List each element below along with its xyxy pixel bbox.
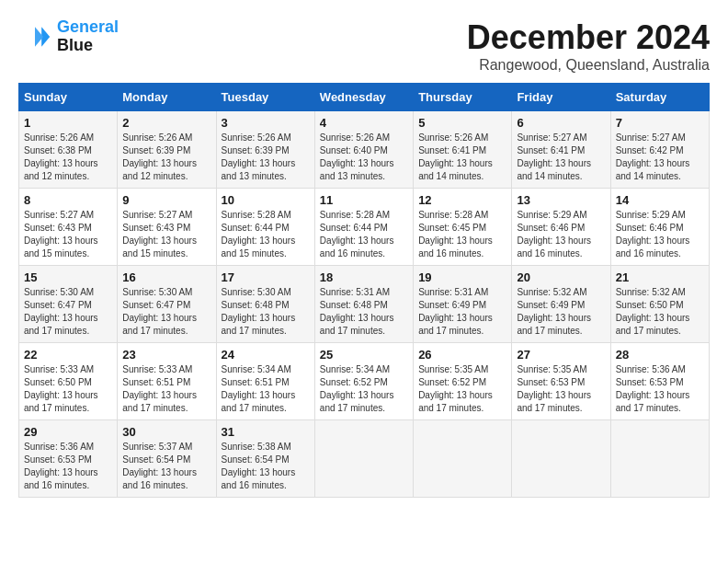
calendar-cell: 30Sunrise: 5:37 AMSunset: 6:54 PMDayligh… xyxy=(118,420,216,498)
cell-details: Sunrise: 5:35 AMSunset: 6:53 PMDaylight:… xyxy=(517,363,605,415)
calendar-cell: 10Sunrise: 5:28 AMSunset: 6:44 PMDayligh… xyxy=(216,189,314,266)
cell-details: Sunrise: 5:33 AMSunset: 6:50 PMDaylight:… xyxy=(24,363,112,415)
cell-details: Sunrise: 5:26 AMSunset: 6:39 PMDaylight:… xyxy=(222,132,310,183)
month-title: December 2024 xyxy=(467,18,710,57)
day-number: 14 xyxy=(616,193,704,207)
weekday-monday: Monday xyxy=(118,84,216,111)
cell-details: Sunrise: 5:27 AMSunset: 6:41 PMDaylight:… xyxy=(517,132,605,183)
day-number: 17 xyxy=(222,270,310,284)
title-block: December 2024 Rangewood, Queensland, Aus… xyxy=(467,18,710,74)
cell-details: Sunrise: 5:37 AMSunset: 6:54 PMDaylight:… xyxy=(122,441,210,492)
day-number: 10 xyxy=(222,193,310,207)
day-number: 12 xyxy=(418,193,506,207)
day-number: 20 xyxy=(517,270,605,284)
day-number: 27 xyxy=(517,348,605,362)
day-number: 9 xyxy=(122,193,210,207)
cell-details: Sunrise: 5:36 AMSunset: 6:53 PMDaylight:… xyxy=(616,363,704,415)
day-number: 1 xyxy=(24,116,112,130)
cell-details: Sunrise: 5:29 AMSunset: 6:46 PMDaylight:… xyxy=(517,209,605,260)
cell-details: Sunrise: 5:33 AMSunset: 6:51 PMDaylight:… xyxy=(122,363,210,415)
calendar-cell: 20Sunrise: 5:32 AMSunset: 6:49 PMDayligh… xyxy=(512,266,610,343)
day-number: 13 xyxy=(517,193,605,207)
calendar-cell: 7Sunrise: 5:27 AMSunset: 6:42 PMDaylight… xyxy=(610,111,709,189)
day-number: 3 xyxy=(222,116,310,130)
day-number: 24 xyxy=(222,348,310,362)
calendar-week-2: 15Sunrise: 5:30 AMSunset: 6:47 PMDayligh… xyxy=(19,266,710,343)
calendar-cell xyxy=(610,420,709,498)
cell-details: Sunrise: 5:34 AMSunset: 6:51 PMDaylight:… xyxy=(222,363,310,415)
day-number: 29 xyxy=(24,425,112,439)
calendar-cell: 9Sunrise: 5:27 AMSunset: 6:43 PMDaylight… xyxy=(118,189,216,266)
calendar-cell: 1Sunrise: 5:26 AMSunset: 6:38 PMDaylight… xyxy=(19,111,118,189)
cell-details: Sunrise: 5:34 AMSunset: 6:52 PMDaylight:… xyxy=(320,363,408,415)
day-number: 8 xyxy=(24,193,112,207)
day-number: 22 xyxy=(24,348,112,362)
calendar-body: 1Sunrise: 5:26 AMSunset: 6:38 PMDaylight… xyxy=(19,111,710,498)
day-number: 30 xyxy=(122,425,210,439)
day-number: 26 xyxy=(418,348,506,362)
calendar-cell: 21Sunrise: 5:32 AMSunset: 6:50 PMDayligh… xyxy=(610,266,709,343)
day-number: 18 xyxy=(320,270,408,284)
calendar-cell: 19Sunrise: 5:31 AMSunset: 6:49 PMDayligh… xyxy=(414,266,512,343)
day-number: 6 xyxy=(517,116,605,130)
weekday-header-row: SundayMondayTuesdayWednesdayThursdayFrid… xyxy=(19,84,710,111)
cell-details: Sunrise: 5:26 AMSunset: 6:41 PMDaylight:… xyxy=(418,132,506,183)
cell-details: Sunrise: 5:27 AMSunset: 6:42 PMDaylight:… xyxy=(616,132,704,183)
day-number: 4 xyxy=(320,116,408,130)
logo-icon xyxy=(18,20,51,53)
calendar-cell: 6Sunrise: 5:27 AMSunset: 6:41 PMDaylight… xyxy=(512,111,610,189)
logo-text: General Blue xyxy=(57,18,119,55)
calendar-cell xyxy=(512,420,610,498)
page-header: General Blue December 2024 Rangewood, Qu… xyxy=(18,18,710,74)
calendar-cell: 29Sunrise: 5:36 AMSunset: 6:53 PMDayligh… xyxy=(19,420,118,498)
calendar-week-4: 29Sunrise: 5:36 AMSunset: 6:53 PMDayligh… xyxy=(19,420,710,498)
calendar-cell: 18Sunrise: 5:31 AMSunset: 6:48 PMDayligh… xyxy=(314,266,413,343)
calendar-week-0: 1Sunrise: 5:26 AMSunset: 6:38 PMDaylight… xyxy=(19,111,710,189)
cell-details: Sunrise: 5:27 AMSunset: 6:43 PMDaylight:… xyxy=(24,209,112,260)
cell-details: Sunrise: 5:31 AMSunset: 6:48 PMDaylight:… xyxy=(320,286,408,338)
cell-details: Sunrise: 5:36 AMSunset: 6:53 PMDaylight:… xyxy=(24,441,112,492)
calendar-cell xyxy=(414,420,512,498)
cell-details: Sunrise: 5:31 AMSunset: 6:49 PMDaylight:… xyxy=(418,286,506,338)
calendar-cell: 12Sunrise: 5:28 AMSunset: 6:45 PMDayligh… xyxy=(414,189,512,266)
cell-details: Sunrise: 5:26 AMSunset: 6:40 PMDaylight:… xyxy=(320,132,408,183)
day-number: 25 xyxy=(320,348,408,362)
calendar-cell: 22Sunrise: 5:33 AMSunset: 6:50 PMDayligh… xyxy=(19,343,118,420)
day-number: 5 xyxy=(418,116,506,130)
cell-details: Sunrise: 5:26 AMSunset: 6:39 PMDaylight:… xyxy=(122,132,210,183)
day-number: 2 xyxy=(122,116,210,130)
day-number: 16 xyxy=(122,270,210,284)
day-number: 19 xyxy=(418,270,506,284)
calendar-cell: 8Sunrise: 5:27 AMSunset: 6:43 PMDaylight… xyxy=(19,189,118,266)
calendar-cell xyxy=(314,420,413,498)
weekday-wednesday: Wednesday xyxy=(314,84,413,111)
cell-details: Sunrise: 5:27 AMSunset: 6:43 PMDaylight:… xyxy=(122,209,210,260)
cell-details: Sunrise: 5:32 AMSunset: 6:49 PMDaylight:… xyxy=(517,286,605,338)
day-number: 23 xyxy=(122,348,210,362)
cell-details: Sunrise: 5:30 AMSunset: 6:48 PMDaylight:… xyxy=(222,286,310,338)
cell-details: Sunrise: 5:32 AMSunset: 6:50 PMDaylight:… xyxy=(616,286,704,338)
logo: General Blue xyxy=(18,18,119,55)
cell-details: Sunrise: 5:29 AMSunset: 6:46 PMDaylight:… xyxy=(616,209,704,260)
calendar-table: SundayMondayTuesdayWednesdayThursdayFrid… xyxy=(18,83,710,498)
cell-details: Sunrise: 5:28 AMSunset: 6:45 PMDaylight:… xyxy=(418,209,506,260)
calendar-week-3: 22Sunrise: 5:33 AMSunset: 6:50 PMDayligh… xyxy=(19,343,710,420)
calendar-cell: 24Sunrise: 5:34 AMSunset: 6:51 PMDayligh… xyxy=(216,343,314,420)
calendar-cell: 17Sunrise: 5:30 AMSunset: 6:48 PMDayligh… xyxy=(216,266,314,343)
cell-details: Sunrise: 5:30 AMSunset: 6:47 PMDaylight:… xyxy=(122,286,210,338)
location-title: Rangewood, Queensland, Australia xyxy=(467,57,710,74)
weekday-tuesday: Tuesday xyxy=(216,84,314,111)
weekday-sunday: Sunday xyxy=(19,84,118,111)
calendar-cell: 31Sunrise: 5:38 AMSunset: 6:54 PMDayligh… xyxy=(216,420,314,498)
calendar-cell: 25Sunrise: 5:34 AMSunset: 6:52 PMDayligh… xyxy=(314,343,413,420)
cell-details: Sunrise: 5:26 AMSunset: 6:38 PMDaylight:… xyxy=(24,132,112,183)
day-number: 11 xyxy=(320,193,408,207)
cell-details: Sunrise: 5:30 AMSunset: 6:47 PMDaylight:… xyxy=(24,286,112,338)
calendar-cell: 5Sunrise: 5:26 AMSunset: 6:41 PMDaylight… xyxy=(414,111,512,189)
day-number: 7 xyxy=(616,116,704,130)
calendar-cell: 15Sunrise: 5:30 AMSunset: 6:47 PMDayligh… xyxy=(19,266,118,343)
calendar-cell: 2Sunrise: 5:26 AMSunset: 6:39 PMDaylight… xyxy=(118,111,216,189)
day-number: 28 xyxy=(616,348,704,362)
weekday-saturday: Saturday xyxy=(610,84,709,111)
calendar-cell: 28Sunrise: 5:36 AMSunset: 6:53 PMDayligh… xyxy=(610,343,709,420)
